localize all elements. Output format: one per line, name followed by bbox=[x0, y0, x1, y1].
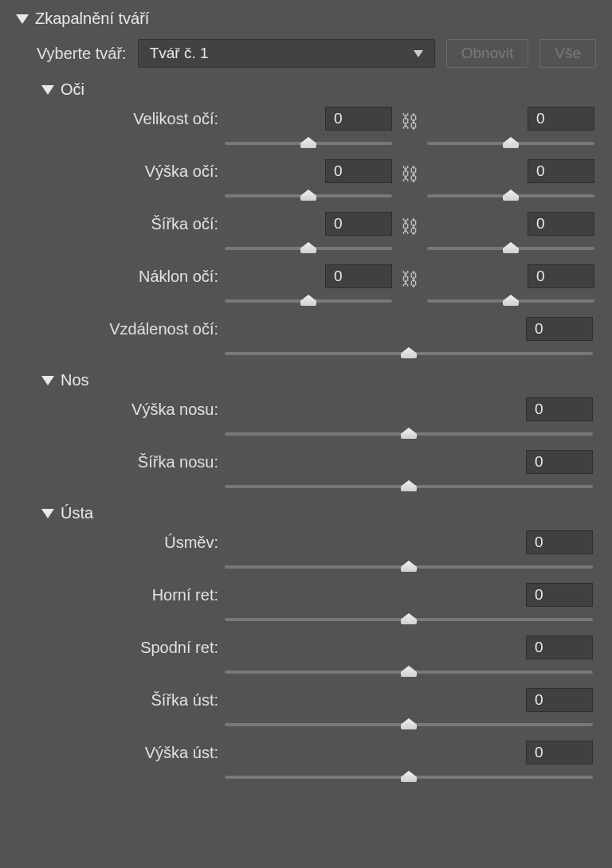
eye-height-right-col bbox=[427, 159, 594, 202]
section-mouth-header[interactable]: Ústa bbox=[41, 504, 596, 522]
all-button[interactable]: Vše bbox=[539, 39, 596, 68]
row-mouth-height: Výška úst: bbox=[41, 741, 596, 784]
section-eyes-title: Oči bbox=[61, 80, 84, 99]
label-eye-distance: Vzdálenost očí: bbox=[41, 317, 225, 338]
eye-tilt-left-col bbox=[225, 264, 392, 307]
mouth-width-slider[interactable] bbox=[225, 718, 593, 731]
upper-lip-input[interactable] bbox=[526, 583, 593, 607]
row-eye-distance: Vzdálenost očí: bbox=[41, 317, 596, 360]
label-eye-height: Výška očí: bbox=[41, 159, 225, 181]
eye-size-right-slider[interactable] bbox=[427, 137, 594, 150]
eye-tilt-right-slider[interactable] bbox=[427, 295, 594, 307]
row-upper-lip: Horní ret: bbox=[41, 583, 596, 626]
section-nose: Nos Výška nosu: Šířka nosu: bbox=[41, 371, 596, 493]
nose-height-input[interactable] bbox=[526, 397, 593, 421]
row-eye-size: Velikost očí: ⛓ bbox=[41, 107, 596, 150]
eye-width-right-input[interactable] bbox=[528, 212, 594, 236]
chevron-down-icon bbox=[41, 376, 54, 385]
nose-width-slider[interactable] bbox=[225, 480, 593, 493]
link-icon[interactable]: ⛓ bbox=[401, 164, 418, 185]
label-mouth-smile: Úsměv: bbox=[41, 530, 225, 552]
eye-distance-col bbox=[225, 317, 596, 360]
upper-lip-col bbox=[225, 583, 596, 626]
mouth-smile-input[interactable] bbox=[526, 530, 593, 554]
nose-height-slider[interactable] bbox=[225, 428, 593, 440]
eye-width-left-col bbox=[225, 212, 392, 255]
eye-size-left-col bbox=[225, 107, 392, 150]
eye-distance-input[interactable] bbox=[526, 317, 593, 341]
chevron-down-icon bbox=[414, 50, 423, 57]
eye-size-right-input[interactable] bbox=[528, 107, 594, 131]
eye-height-right-input[interactable] bbox=[528, 159, 594, 183]
mouth-smile-slider[interactable] bbox=[225, 561, 593, 573]
section-eyes: Oči Velikost očí: ⛓ Výška očí: ⛓ Šířka o… bbox=[41, 80, 596, 360]
chevron-down-icon bbox=[41, 509, 54, 518]
label-eye-tilt: Náklon očí: bbox=[41, 264, 225, 286]
label-mouth-width: Šířka úst: bbox=[41, 688, 225, 710]
eye-tilt-right-input[interactable] bbox=[528, 264, 594, 288]
face-select-row: Vyberte tvář: Tvář č. 1 Obnovit Vše bbox=[37, 39, 596, 68]
eye-height-right-slider[interactable] bbox=[427, 190, 594, 202]
nose-height-col bbox=[225, 397, 596, 440]
eye-height-left-col bbox=[225, 159, 392, 202]
eye-width-right-col bbox=[427, 212, 594, 255]
lower-lip-col bbox=[225, 635, 596, 678]
eye-height-left-slider[interactable] bbox=[225, 190, 392, 202]
face-select-label: Vyberte tvář: bbox=[37, 45, 127, 63]
panel-title: Zkapalnění tváří bbox=[35, 10, 149, 28]
upper-lip-slider[interactable] bbox=[225, 613, 593, 626]
eye-width-left-slider[interactable] bbox=[225, 242, 392, 255]
eye-height-left-input[interactable] bbox=[325, 159, 392, 183]
row-lower-lip: Spodní ret: bbox=[41, 635, 596, 678]
row-eye-tilt: Náklon očí: ⛓ bbox=[41, 264, 596, 307]
nose-width-input[interactable] bbox=[526, 450, 593, 474]
row-mouth-width: Šířka úst: bbox=[41, 688, 596, 731]
row-mouth-smile: Úsměv: bbox=[41, 530, 596, 573]
nose-width-col bbox=[225, 450, 596, 493]
link-icon[interactable]: ⛓ bbox=[401, 269, 418, 290]
label-lower-lip: Spodní ret: bbox=[41, 635, 225, 657]
row-eye-width: Šířka očí: ⛓ bbox=[41, 212, 596, 255]
eye-distance-slider[interactable] bbox=[225, 347, 593, 360]
eye-tilt-left-slider[interactable] bbox=[225, 295, 392, 307]
eye-size-left-slider[interactable] bbox=[225, 137, 392, 150]
eye-size-left-input[interactable] bbox=[325, 107, 392, 131]
face-select-dropdown[interactable]: Tvář č. 1 bbox=[138, 39, 435, 68]
mouth-width-input[interactable] bbox=[526, 688, 593, 712]
mouth-height-col bbox=[225, 741, 596, 784]
row-nose-width: Šířka nosu: bbox=[41, 450, 596, 493]
chevron-down-icon bbox=[16, 14, 29, 24]
chevron-down-icon bbox=[41, 85, 54, 95]
row-nose-height: Výška nosu: bbox=[41, 397, 596, 440]
link-icon[interactable]: ⛓ bbox=[401, 111, 418, 132]
label-nose-width: Šířka nosu: bbox=[41, 450, 225, 471]
mouth-height-input[interactable] bbox=[526, 741, 593, 764]
section-mouth: Ústa Úsměv: Horní ret: Spodní ret: Šířka… bbox=[41, 504, 596, 784]
section-eyes-header[interactable]: Oči bbox=[41, 80, 596, 99]
reset-button[interactable]: Obnovit bbox=[446, 39, 528, 68]
row-eye-height: Výška očí: ⛓ bbox=[41, 159, 596, 202]
lower-lip-slider[interactable] bbox=[225, 666, 593, 678]
panel-header[interactable]: Zkapalnění tváří bbox=[16, 10, 596, 28]
link-icon[interactable]: ⛓ bbox=[401, 217, 418, 237]
face-select-value: Tvář č. 1 bbox=[150, 45, 209, 62]
section-nose-header[interactable]: Nos bbox=[41, 371, 596, 389]
eye-width-right-slider[interactable] bbox=[427, 242, 594, 255]
mouth-width-col bbox=[225, 688, 596, 731]
label-eye-size: Velikost očí: bbox=[41, 107, 225, 128]
label-upper-lip: Horní ret: bbox=[41, 583, 225, 604]
eye-tilt-left-input[interactable] bbox=[325, 264, 392, 288]
eye-width-left-input[interactable] bbox=[325, 212, 392, 236]
label-mouth-height: Výška úst: bbox=[41, 741, 225, 762]
label-nose-height: Výška nosu: bbox=[41, 397, 225, 419]
section-nose-title: Nos bbox=[61, 371, 89, 389]
mouth-height-slider[interactable] bbox=[225, 771, 593, 784]
lower-lip-input[interactable] bbox=[526, 635, 593, 659]
section-mouth-title: Ústa bbox=[61, 504, 93, 522]
eye-tilt-right-col bbox=[427, 264, 594, 307]
label-eye-width: Šířka očí: bbox=[41, 212, 225, 233]
eye-size-right-col bbox=[427, 107, 594, 150]
mouth-smile-col bbox=[225, 530, 596, 573]
